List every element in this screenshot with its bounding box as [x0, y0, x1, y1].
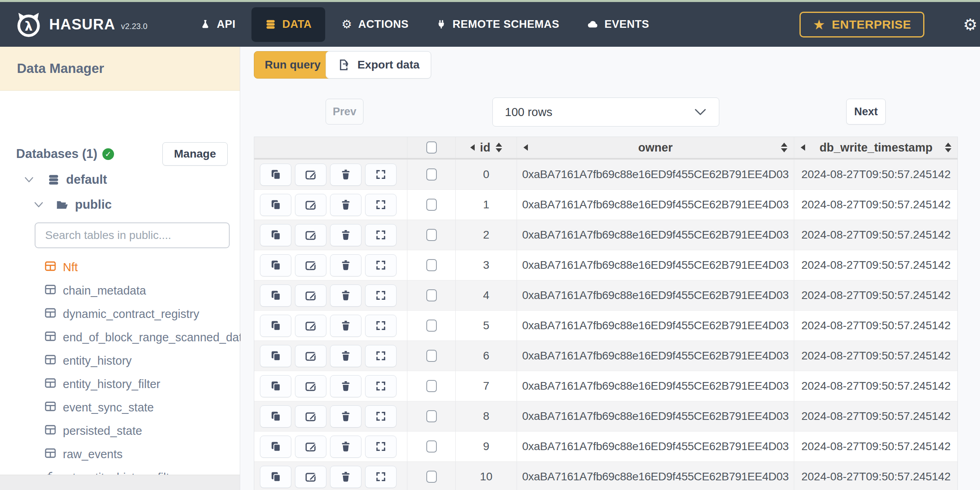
run-query-button[interactable]: Run query — [254, 51, 331, 79]
chevron-down-icon[interactable] — [34, 201, 44, 208]
export-data-button[interactable]: Export data — [326, 51, 431, 79]
nav-item-events[interactable]: EVENTS — [573, 2, 663, 47]
chevron-down-icon[interactable] — [24, 176, 34, 183]
row-checkbox[interactable] — [426, 289, 437, 301]
edit-row-button[interactable] — [295, 405, 326, 428]
nav-item-api[interactable]: API — [186, 2, 249, 47]
delete-row-button[interactable] — [330, 345, 361, 367]
collapse-column-icon[interactable] — [470, 144, 475, 151]
copy-row-button[interactable] — [260, 345, 291, 367]
expand-row-button[interactable] — [365, 345, 397, 367]
tree-node-public[interactable]: public — [34, 197, 112, 212]
manage-button[interactable]: Manage — [162, 142, 228, 166]
sidebar-table-item[interactable]: entity_history_filter — [0, 372, 240, 396]
rows-per-page-select[interactable]: 100 rows — [492, 98, 719, 127]
delete-row-button[interactable] — [330, 315, 361, 337]
expand-row-button[interactable] — [365, 405, 397, 428]
copy-row-button[interactable] — [260, 254, 291, 276]
table-row: 4 0xaBA7161A7fb69c88e16ED9f455CE62B791EE… — [254, 280, 957, 311]
delete-row-button[interactable] — [330, 224, 361, 246]
next-page-button[interactable]: Next — [846, 99, 886, 125]
cell-owner: 0xaBA7161A7fb69c88e16ED9f455CE62B791EE4D… — [517, 341, 794, 371]
copy-icon — [270, 350, 282, 362]
edit-row-button[interactable] — [295, 466, 326, 488]
delete-row-button[interactable] — [330, 164, 361, 186]
edit-icon — [305, 410, 317, 422]
nav-item-actions[interactable]: ⚙ ACTIONS — [328, 2, 422, 47]
row-checkbox[interactable] — [426, 168, 437, 181]
expand-row-button[interactable] — [365, 315, 397, 337]
nav-item-data[interactable]: DATA — [251, 7, 325, 42]
collapse-column-icon[interactable] — [523, 144, 528, 151]
copy-row-button[interactable] — [260, 315, 291, 337]
enterprise-button[interactable]: ★ ENTERPRISE — [799, 12, 924, 37]
sidebar-title: Data Manager — [0, 47, 240, 91]
delete-row-button[interactable] — [330, 375, 361, 397]
copy-row-button[interactable] — [260, 284, 291, 307]
table-name: event_sync_state — [63, 401, 154, 414]
copy-row-button[interactable] — [260, 436, 291, 458]
edit-row-button[interactable] — [295, 375, 326, 397]
expand-row-button[interactable] — [365, 436, 397, 458]
delete-row-button[interactable] — [330, 436, 361, 458]
tree-node-default[interactable]: default — [24, 172, 107, 187]
select-all-checkbox[interactable] — [426, 141, 437, 154]
delete-row-button[interactable] — [330, 194, 361, 216]
edit-row-button[interactable] — [295, 345, 326, 367]
expand-row-button[interactable] — [365, 466, 397, 488]
edit-row-button[interactable] — [295, 194, 326, 216]
row-checkbox[interactable] — [426, 259, 437, 271]
sidebar-table-item[interactable]: entity_history — [0, 349, 240, 372]
sort-icon[interactable] — [496, 143, 502, 152]
row-checkbox[interactable] — [426, 410, 437, 422]
expand-row-button[interactable] — [365, 194, 397, 216]
copy-row-button[interactable] — [260, 164, 291, 186]
expand-row-button[interactable] — [365, 375, 397, 397]
sidebar-table-item[interactable]: raw_events — [0, 442, 240, 466]
prev-page-button[interactable]: Prev — [326, 99, 363, 125]
row-checkbox[interactable] — [426, 440, 437, 453]
edit-row-button[interactable] — [295, 224, 326, 246]
delete-row-button[interactable] — [330, 254, 361, 276]
expand-row-button[interactable] — [365, 164, 397, 186]
edit-row-button[interactable] — [295, 254, 326, 276]
sidebar-table-item[interactable]: chain_metadata — [0, 279, 240, 302]
sidebar-table-item[interactable]: Nft — [0, 255, 240, 279]
delete-row-button[interactable] — [330, 466, 361, 488]
search-tables-input[interactable] — [35, 222, 230, 248]
row-checkbox[interactable] — [426, 199, 437, 211]
expand-icon — [375, 229, 387, 241]
delete-row-button[interactable] — [330, 405, 361, 428]
edit-row-button[interactable] — [295, 436, 326, 458]
nav-item-remote-schemas[interactable]: REMOTE SCHEMAS — [422, 2, 573, 47]
expand-row-button[interactable] — [365, 224, 397, 246]
collapse-column-icon[interactable] — [801, 144, 805, 151]
sidebar-table-item[interactable]: persisted_state — [0, 419, 240, 442]
row-checkbox[interactable] — [426, 229, 437, 241]
copy-row-button[interactable] — [260, 224, 291, 246]
copy-row-button[interactable] — [260, 194, 291, 216]
expand-row-button[interactable] — [365, 284, 397, 307]
copy-row-button[interactable] — [260, 405, 291, 428]
copy-icon — [270, 380, 282, 392]
edit-row-button[interactable] — [295, 315, 326, 337]
row-checkbox[interactable] — [426, 320, 437, 332]
row-checkbox[interactable] — [426, 380, 437, 392]
hasura-logo[interactable]: λ HASURA v2.23.0 — [14, 10, 147, 39]
copy-row-button[interactable] — [260, 375, 291, 397]
edit-row-button[interactable] — [295, 164, 326, 186]
delete-row-button[interactable] — [330, 284, 361, 307]
sidebar-table-item[interactable]: dynamic_contract_registry — [0, 302, 240, 326]
sidebar-table-item[interactable]: end_of_block_range_scanned_data — [0, 326, 240, 349]
sidebar-table-item[interactable]: event_sync_state — [0, 396, 240, 419]
copy-row-button[interactable] — [260, 466, 291, 488]
expand-row-button[interactable] — [365, 254, 397, 276]
sort-icon[interactable] — [781, 143, 787, 152]
row-checkbox[interactable] — [426, 350, 437, 362]
sort-icon[interactable] — [945, 143, 951, 152]
row-checkbox[interactable] — [426, 471, 437, 483]
settings-gear-icon[interactable]: ⚙ — [963, 15, 980, 34]
copy-icon — [270, 289, 282, 301]
copy-icon — [270, 471, 282, 483]
edit-row-button[interactable] — [295, 284, 326, 307]
